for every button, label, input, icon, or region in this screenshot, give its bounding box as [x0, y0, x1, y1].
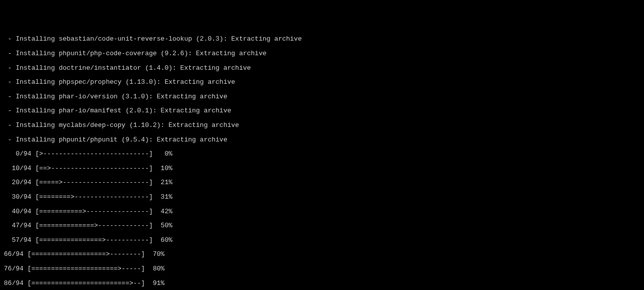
install-line: - Installing doctrine/instantiator (1.4.…: [0, 65, 644, 72]
progress-bar: 20/94 [=====>----------------------] 21%: [0, 179, 644, 186]
progress-bar: 10/94 [==>-------------------------] 10%: [0, 165, 644, 172]
progress-bar: 86/94 [=========================>--] 91%: [0, 280, 644, 287]
progress-bar: 30/94 [========>-------------------] 31%: [0, 194, 644, 201]
install-line: - Installing phar-io/manifest (2.0.1): E…: [0, 107, 644, 114]
progress-bar: 47/94 [==============>-------------] 50%: [0, 222, 644, 229]
progress-bar: 40/94 [===========>----------------] 42%: [0, 208, 644, 215]
progress-bar: 66/94 [===================>--------] 70%: [0, 251, 644, 258]
install-line: - Installing phpspec/prophecy (1.13.0): …: [0, 79, 644, 86]
install-line: - Installing phpunit/phpunit (9.5.4): Ex…: [0, 136, 644, 143]
progress-bar: 76/94 [======================>-----] 80%: [0, 265, 644, 272]
install-line: - Installing myclabs/deep-copy (1.10.2):…: [0, 122, 644, 129]
install-line: - Installing phpunit/php-code-coverage (…: [0, 50, 644, 57]
progress-bar: 0/94 [>---------------------------] 0%: [0, 151, 644, 158]
install-line: - Installing phar-io/version (3.1.0): Ex…: [0, 93, 644, 100]
terminal-output: - Installing sebastian/code-unit-reverse…: [0, 29, 644, 290]
install-line: - Installing sebastian/code-unit-reverse…: [0, 36, 644, 43]
progress-bar: 57/94 [================>-----------] 60%: [0, 237, 644, 244]
